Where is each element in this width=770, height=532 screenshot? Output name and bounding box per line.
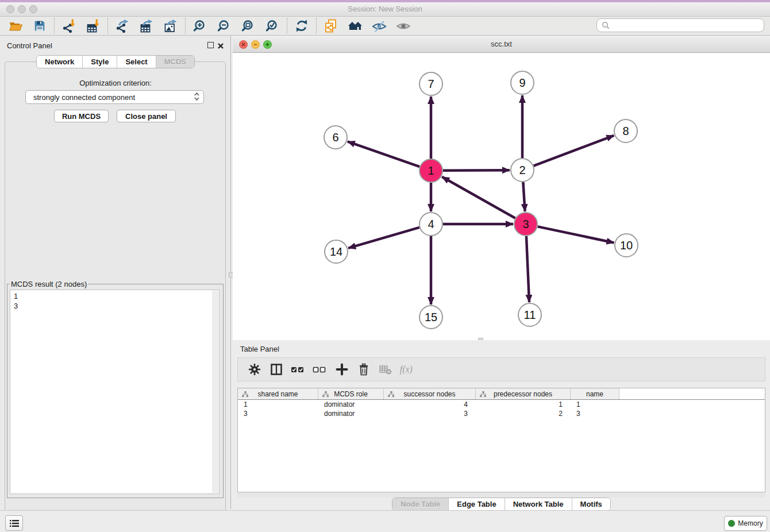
memory-button[interactable]: Memory: [724, 516, 767, 531]
save-session-icon[interactable]: [30, 17, 49, 34]
mcds-result-text: 1 3: [14, 291, 219, 311]
memory-status-icon: [728, 520, 735, 527]
hide-selected-eye-slash-icon[interactable]: [370, 17, 388, 34]
graph-node-label-15: 15: [425, 311, 437, 323]
toolbar-separator: [185, 18, 186, 34]
graph-node-label-7: 7: [428, 78, 434, 90]
network-canvas[interactable]: 7968124314101511: [233, 53, 770, 338]
network-minimize-icon[interactable]: [251, 40, 260, 49]
graph-edge-3-11[interactable]: [526, 236, 529, 302]
column-header-name[interactable]: name: [571, 388, 619, 399]
export-image-icon[interactable]: [161, 17, 180, 34]
table-row[interactable]: 3dominator323: [238, 409, 765, 418]
table-cell[interactable]: 2: [476, 409, 571, 418]
tab-node-table[interactable]: Node Table: [392, 498, 449, 510]
svg-text:f(x): f(x): [400, 364, 413, 375]
table-cell[interactable]: dominator: [318, 400, 384, 409]
zoom-out-icon[interactable]: [215, 17, 233, 34]
list-icon: [10, 519, 19, 527]
graph-node-label-1: 1: [428, 164, 434, 177]
zoom-fit-icon[interactable]: [239, 17, 257, 34]
delete-column-icon[interactable]: [355, 361, 372, 378]
mcds-result-title: MCDS result (2 nodes): [10, 280, 88, 288]
toolbar-separator: [316, 18, 317, 34]
table-cell[interactable]: 1: [571, 400, 619, 409]
tab-edge-table[interactable]: Edge Table: [449, 498, 505, 510]
zoom-selected-icon[interactable]: [263, 17, 282, 34]
result-scrollbar[interactable]: [212, 291, 218, 493]
table-body: 1dominator4113dominator323: [238, 400, 765, 418]
graph-edge-4-14[interactable]: [348, 228, 419, 248]
close-panel-button[interactable]: Close panel: [117, 110, 176, 122]
network-window-titlebar[interactable]: scc.txt: [233, 36, 770, 53]
tab-style[interactable]: Style: [83, 56, 117, 68]
graph-edge-2-3[interactable]: [523, 182, 525, 211]
zoom-in-icon[interactable]: [191, 17, 209, 34]
table-cell[interactable]: 3: [571, 409, 619, 418]
table-bottom-strip: [237, 492, 765, 498]
graph-node-label-6: 6: [332, 131, 338, 144]
table-cell[interactable]: 4: [384, 400, 476, 409]
column-header-predecessor-nodes[interactable]: predecessor nodes: [476, 388, 571, 399]
column-header-MCDS-role[interactable]: MCDS role: [318, 388, 384, 399]
graph-edge-1-2[interactable]: [443, 170, 510, 171]
tab-network[interactable]: Network: [37, 56, 83, 68]
window-minimize-button[interactable]: [18, 5, 26, 13]
table-row[interactable]: 1dominator411: [238, 400, 765, 409]
table-cell[interactable]: 3: [384, 409, 476, 418]
float-panel-icon[interactable]: [207, 42, 214, 48]
open-file-icon[interactable]: [6, 17, 25, 34]
clone-network-icon[interactable]: [322, 17, 340, 34]
task-history-button[interactable]: [5, 515, 23, 531]
export-table-icon[interactable]: [137, 17, 156, 34]
delete-table-icon: [377, 361, 394, 378]
graph-edge-1-6[interactable]: [348, 141, 419, 167]
node-table: shared name MCDS role successor nodes pr…: [237, 388, 765, 492]
apply-layout-icon[interactable]: [292, 17, 311, 34]
deselect-all-checkboxes-icon[interactable]: [311, 361, 329, 378]
tab-select[interactable]: Select: [117, 56, 156, 68]
run-mcds-button[interactable]: Run MCDS: [54, 110, 109, 122]
close-panel-icon[interactable]: [217, 41, 224, 52]
network-close-icon[interactable]: [239, 40, 248, 49]
window-zoom-button[interactable]: [29, 5, 37, 13]
table-cell[interactable]: dominator: [318, 409, 384, 418]
window-title: Session: New Session: [0, 2, 770, 16]
graph-edge-2-8[interactable]: [534, 136, 614, 166]
graph-edge-3-10[interactable]: [538, 226, 614, 242]
import-table-icon[interactable]: [84, 17, 102, 34]
table-cell[interactable]: 3: [238, 409, 318, 418]
table-tabs: Node TableEdge TableNetwork TableMotifs: [233, 498, 770, 511]
table-cell[interactable]: 1: [238, 400, 318, 409]
window-close-button[interactable]: [6, 5, 14, 13]
column-header-successor-nodes[interactable]: successor nodes: [384, 388, 476, 399]
graph-node-label-9: 9: [519, 76, 525, 89]
settings-gear-icon[interactable]: [246, 361, 263, 378]
graph-edge-3-1[interactable]: [442, 177, 515, 218]
tab-motifs[interactable]: Motifs: [572, 498, 610, 510]
table-header-row: shared name MCDS role successor nodes pr…: [238, 388, 765, 400]
show-all-homes-icon[interactable]: [346, 17, 364, 34]
control-panel-title: Control Panel: [7, 41, 52, 50]
add-column-icon[interactable]: [333, 361, 351, 378]
column-header-shared-name[interactable]: shared name: [238, 388, 318, 399]
search-input[interactable]: [596, 18, 764, 32]
memory-label: Memory: [738, 519, 763, 527]
select-all-checkboxes-icon[interactable]: [290, 361, 307, 378]
mcds-result-textarea[interactable]: 1 3: [10, 290, 220, 494]
graph-node-label-2: 2: [519, 164, 525, 176]
optimization-criterion-label: Optimization criterion:: [0, 79, 231, 87]
tab-network-table[interactable]: Network Table: [505, 498, 572, 510]
show-hidden-eye-icon[interactable]: [394, 17, 413, 34]
toolbar-separator: [54, 18, 55, 34]
criterion-dropdown[interactable]: strongly connected component: [25, 90, 204, 104]
export-network-icon[interactable]: [113, 17, 132, 34]
tab-mcds[interactable]: MCDS: [156, 56, 194, 68]
graph-node-label-11: 11: [524, 309, 536, 321]
column-visibility-icon[interactable]: [268, 361, 285, 378]
table-cell[interactable]: 1: [476, 400, 571, 409]
table-toolbar: f(x): [237, 357, 765, 381]
import-network-icon[interactable]: [60, 17, 78, 34]
graph-node-label-10: 10: [620, 239, 633, 252]
network-maximize-icon[interactable]: [263, 40, 272, 49]
